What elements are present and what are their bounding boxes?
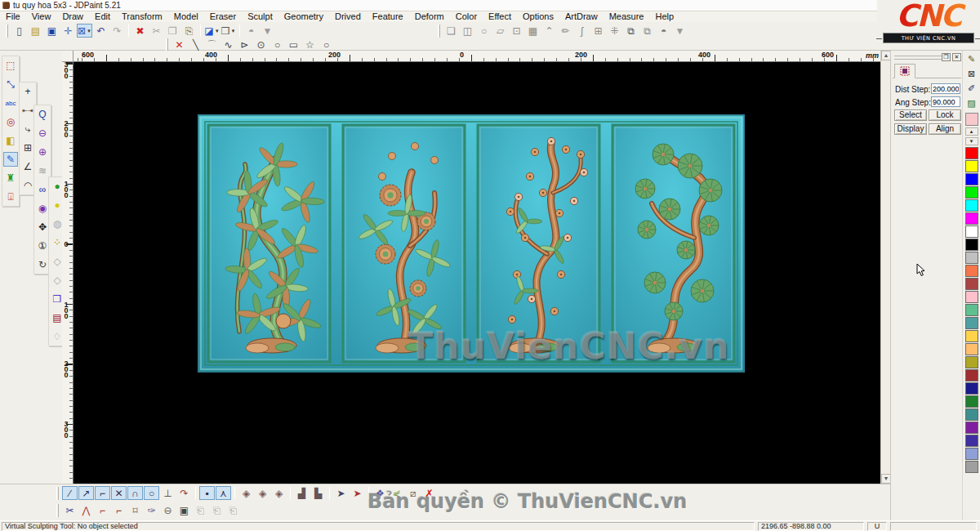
skew-icon[interactable]: ▱ (492, 24, 508, 38)
undo-icon[interactable]: ↶ (93, 24, 109, 38)
color-swatch[interactable] (965, 395, 978, 408)
pen-color-icon[interactable]: ✎ (964, 52, 978, 66)
rotate-shape-icon[interactable]: ○ (476, 24, 492, 38)
color-swatch[interactable] (965, 461, 978, 473)
scale-icon[interactable]: ⊡ (509, 24, 524, 38)
snap-node-icon[interactable]: ↗ (78, 486, 94, 500)
path-cut-icon[interactable]: ʃ (574, 24, 590, 38)
color-swatch[interactable] (965, 239, 978, 251)
flat-ellipse-tool-icon[interactable]: ⊖ (160, 503, 176, 517)
eraser-tool-icon[interactable]: ◧ (3, 133, 18, 148)
menu-artdraw[interactable]: ArtDraw (559, 11, 604, 22)
snap-corner-icon[interactable]: ⌐ (95, 486, 110, 500)
menu-drived[interactable]: Drived (329, 11, 367, 22)
select-object-icon[interactable]: ⬚ (3, 58, 18, 73)
color-swatch[interactable] (965, 330, 978, 342)
menu-effect[interactable]: Effect (483, 11, 517, 22)
color-swatch[interactable] (965, 317, 978, 329)
plane-zx-icon[interactable]: ◈ (271, 486, 287, 500)
select-box-icon[interactable]: ⊠▼ (77, 24, 92, 38)
color-swatch[interactable] (965, 291, 978, 303)
menu-edit[interactable]: Edit (89, 11, 116, 22)
color-swatch[interactable] (965, 225, 978, 238)
panel-header[interactable]: ❐ ✕ (893, 52, 961, 62)
panel-restore-button[interactable]: ❐ (942, 53, 951, 61)
trim-tool-icon[interactable]: ✂ (62, 503, 78, 517)
snap-circle-icon[interactable]: ○ (144, 486, 159, 500)
copy-shape-icon[interactable]: ❏ (443, 24, 459, 38)
abort-draw-icon[interactable]: ✕ (172, 38, 187, 51)
circle-center-tool-icon[interactable]: ⊙ (253, 38, 269, 51)
text-tool-icon[interactable]: abc (3, 96, 18, 110)
shield-gray-icon[interactable]: ▼ (672, 24, 688, 38)
mirror-icon[interactable]: ◫ (460, 24, 475, 38)
menu-model[interactable]: Model (168, 11, 204, 22)
snap-grid-icon[interactable]: ▪ (199, 486, 215, 500)
lasso-icon[interactable]: ✏ (558, 24, 573, 38)
node-reduce-icon[interactable]: ⌃ (541, 24, 557, 38)
display-button[interactable]: Display (894, 123, 927, 135)
array-cross-icon[interactable]: ⁜ (607, 24, 622, 38)
snap-intersection-icon[interactable]: ✕ (111, 486, 127, 500)
clipboard-c-icon[interactable]: ⎗ (225, 503, 241, 517)
color-swatch[interactable] (965, 160, 978, 172)
plane-yz-icon[interactable]: ◈ (255, 486, 270, 500)
color-swatch[interactable] (965, 369, 978, 382)
rect-corner-tool-icon[interactable]: ⌑ (127, 503, 143, 517)
color-swatch[interactable] (965, 304, 978, 316)
ang-step-input[interactable] (931, 96, 960, 107)
group-icon[interactable]: ⧉ (623, 24, 639, 38)
color-swatch[interactable] (965, 199, 978, 212)
snap-curve-node-icon[interactable]: ⋏ (216, 486, 231, 500)
new-file-icon[interactable]: ▯ (11, 24, 27, 38)
menu-color[interactable]: Color (450, 11, 483, 22)
clipboard-b-icon[interactable]: ⎗ (209, 503, 225, 517)
menu-eraser[interactable]: Eraser (204, 11, 242, 22)
palette-scroll-down[interactable]: ▼ (965, 137, 978, 145)
angle-tool-icon[interactable]: ⋀ (78, 503, 94, 517)
polygon-tool-icon[interactable]: ⊳ (237, 38, 252, 51)
select-button[interactable]: Select (894, 109, 927, 121)
color-swatch[interactable] (965, 278, 978, 290)
menu-options[interactable]: Options (517, 11, 559, 22)
color-swatch[interactable] (965, 147, 978, 159)
array-grid-icon[interactable]: ▦ (525, 24, 541, 38)
viewport-canvas[interactable]: ThuVienCNC.vn (74, 62, 880, 484)
lock-button[interactable]: Lock (929, 109, 961, 121)
menu-geometry[interactable]: Geometry (278, 11, 329, 22)
zoom-out-icon[interactable]: ⊖ (35, 126, 50, 141)
zoom-window-icon[interactable]: Q (35, 107, 50, 122)
quad-grid-icon[interactable]: ⊞ (590, 24, 606, 38)
sculpt-pen-icon[interactable]: ✎ (3, 152, 18, 167)
smooth-tool-icon[interactable]: ▙ (310, 486, 326, 500)
image-frame-tool-icon[interactable]: ▣ (176, 503, 192, 517)
add-point-icon[interactable]: + (20, 84, 35, 99)
snap-line-icon[interactable]: ∕ (62, 486, 78, 500)
edit-curve-icon[interactable]: ⤡ (3, 77, 18, 91)
palette-scroll-up[interactable]: ▲ (965, 127, 978, 136)
eyedropper-icon[interactable]: ✐ (964, 82, 978, 96)
menu-help[interactable]: Help (649, 11, 679, 22)
clipboard-a-icon[interactable]: ⎗ (193, 503, 208, 517)
snap-tangent-icon[interactable]: ↷ (176, 486, 192, 500)
color-swatch[interactable] (965, 265, 978, 277)
menu-feature[interactable]: Feature (367, 11, 409, 22)
plane-xy-icon[interactable]: ◈ (238, 486, 254, 500)
shield-full-icon[interactable]: ▼ (260, 24, 275, 38)
panel-tab-select[interactable] (894, 64, 915, 78)
menu-file[interactable]: File (0, 11, 26, 22)
fillet-tool-icon[interactable]: ⌐ (95, 503, 110, 517)
line-tool-icon[interactable]: ╲ (188, 38, 203, 51)
curve-pin-tool-icon[interactable]: ✑ (144, 503, 159, 517)
color-swatch[interactable] (965, 173, 978, 185)
ellipse-tool-icon[interactable]: ○ (270, 38, 285, 51)
circle-tool-icon[interactable]: ○ (318, 38, 334, 51)
color-swatch[interactable] (965, 382, 978, 395)
pattern-fill-icon[interactable]: ▨ (964, 96, 978, 110)
menu-view[interactable]: View (26, 11, 57, 22)
rectangle-tool-icon[interactable]: ▭ (286, 38, 301, 51)
snap-arc-icon[interactable]: ∩ (127, 486, 143, 500)
delete-point-icon[interactable]: ➤ (350, 486, 365, 500)
color-swatch[interactable] (965, 448, 978, 460)
zoom-in-icon[interactable]: ⊕ (35, 145, 50, 159)
